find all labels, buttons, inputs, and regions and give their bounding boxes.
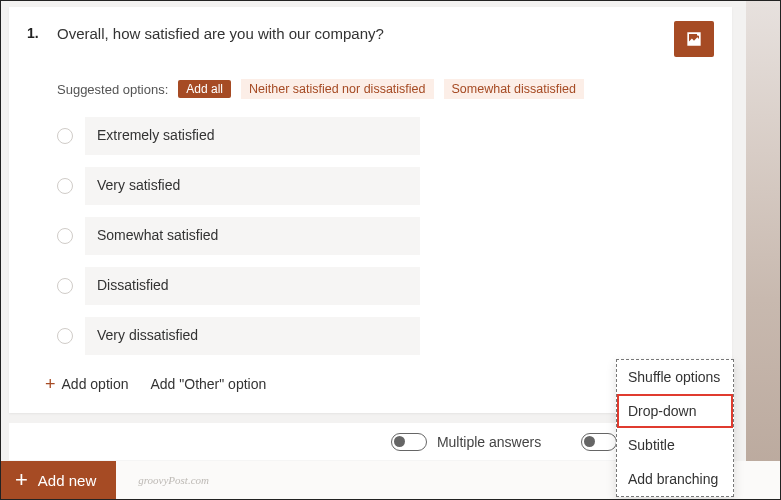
menu-item-subtitle[interactable]: Subtitle	[617, 428, 733, 462]
option-row	[57, 167, 714, 205]
question-header: 1. Overall, how satisfied are you with o…	[27, 21, 714, 57]
option-row	[57, 267, 714, 305]
option-input[interactable]	[85, 217, 420, 255]
background-strip	[746, 1, 780, 499]
add-other-button[interactable]: Add "Other" option	[150, 376, 266, 392]
suggested-chip[interactable]: Neither satisfied nor dissatisfied	[241, 79, 433, 99]
plus-icon: +	[15, 469, 28, 491]
insert-media-button[interactable]	[674, 21, 714, 57]
question-number: 1.	[27, 21, 43, 41]
add-all-button[interactable]: Add all	[178, 80, 231, 98]
add-option-button[interactable]: + Add option	[45, 375, 128, 393]
radio-icon	[57, 328, 73, 344]
add-option-label: Add option	[62, 376, 129, 392]
switch-icon	[391, 433, 427, 451]
question-text[interactable]: Overall, how satisfied are you with our …	[57, 21, 660, 42]
suggested-chip[interactable]: Somewhat dissatisfied	[444, 79, 584, 99]
add-new-button[interactable]: + Add new	[1, 461, 116, 499]
multiple-answers-toggle[interactable]: Multiple answers	[391, 433, 541, 451]
option-row	[57, 117, 714, 155]
image-icon	[684, 29, 704, 49]
option-input[interactable]	[85, 117, 420, 155]
options-list	[57, 117, 714, 355]
add-new-label: Add new	[38, 472, 96, 489]
option-input[interactable]	[85, 267, 420, 305]
app-canvas: 1. Overall, how satisfied are you with o…	[1, 1, 780, 499]
radio-icon	[57, 278, 73, 294]
menu-item-dropdown[interactable]: Drop-down	[617, 394, 733, 428]
question-card: 1. Overall, how satisfied are you with o…	[9, 7, 732, 413]
option-input[interactable]	[85, 167, 420, 205]
suggested-options-row: Suggested options: Add all Neither satis…	[57, 79, 714, 99]
option-input[interactable]	[85, 317, 420, 355]
watermark: groovyPost.com	[138, 474, 209, 486]
option-row	[57, 317, 714, 355]
add-row: + Add option Add "Other" option	[45, 375, 714, 393]
switch-icon	[581, 433, 617, 451]
radio-icon	[57, 128, 73, 144]
option-row	[57, 217, 714, 255]
radio-icon	[57, 228, 73, 244]
menu-item-shuffle[interactable]: Shuffle options	[617, 360, 733, 394]
menu-item-branching[interactable]: Add branching	[617, 462, 733, 496]
radio-icon	[57, 178, 73, 194]
multiple-answers-label: Multiple answers	[437, 434, 541, 450]
more-options-menu: Shuffle options Drop-down Subtitle Add b…	[616, 359, 734, 497]
suggested-label: Suggested options:	[57, 82, 168, 97]
plus-icon: +	[45, 375, 56, 393]
